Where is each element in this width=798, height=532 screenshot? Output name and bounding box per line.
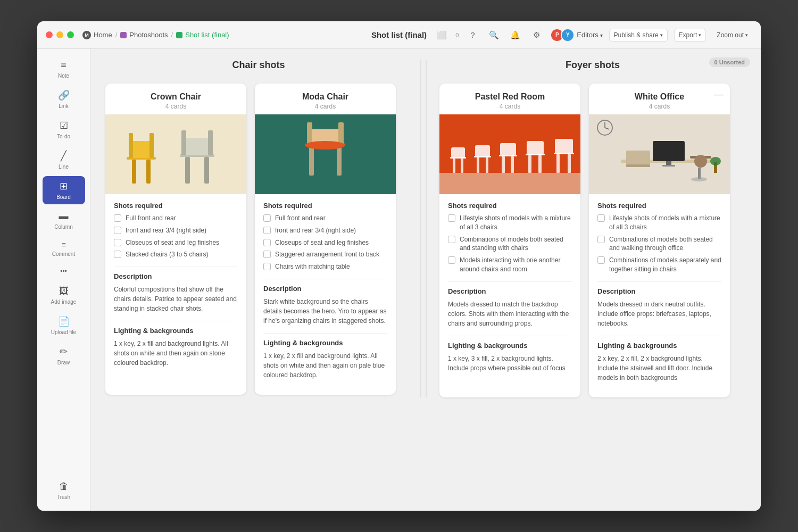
sidebar-label-comment: Comment: [52, 251, 75, 257]
sidebar-label-draw: Draw: [57, 360, 70, 365]
sidebar-label-todo: To-do: [57, 134, 70, 139]
fullscreen-button[interactable]: [67, 31, 74, 38]
breadcrumb-sep-1: /: [115, 31, 118, 39]
checklist-text: Models interacting with one another arou…: [460, 256, 572, 274]
checkbox-2[interactable]: [263, 227, 271, 234]
checklist-text: Closeups of seat and leg finishes: [275, 238, 369, 247]
divider: [597, 336, 721, 336]
breadcrumb-home-label[interactable]: Home: [94, 31, 112, 39]
sidebar-item-trash[interactable]: 🗑 Trash: [43, 477, 85, 504]
checklist-text: front and rear 3/4 (right side): [275, 226, 356, 235]
checkbox-3[interactable]: [263, 239, 271, 246]
checkbox-2[interactable]: [448, 236, 455, 243]
svg-rect-38: [527, 141, 544, 155]
crown-chair-title: Crown Chair: [114, 92, 238, 102]
sidebar-item-link[interactable]: 🔗 Link: [43, 85, 85, 113]
export-button[interactable]: Export: [674, 29, 706, 41]
svg-rect-36: [528, 155, 531, 173]
pastel-title: Pastel Red Room: [448, 92, 572, 102]
close-button[interactable]: [46, 31, 53, 38]
breadcrumb-shotlist[interactable]: Shot list (final): [176, 31, 229, 39]
checklist-item: front and rear 3/4 (right side): [114, 226, 238, 235]
search-icon[interactable]: 🔍: [486, 28, 501, 43]
divider: [597, 281, 721, 282]
zoom-out-button[interactable]: Zoom out: [712, 29, 752, 41]
upload-icon: 📄: [58, 315, 70, 327]
svg-rect-16: [337, 146, 342, 176]
checkbox-3[interactable]: [114, 239, 121, 246]
checkbox-1[interactable]: [448, 214, 455, 222]
sidebar-item-column[interactable]: ▬ Column: [43, 206, 85, 234]
checklist-text: Staggered arrangement front to back: [275, 250, 379, 259]
bell-icon[interactable]: 🔔: [508, 28, 522, 43]
svg-rect-12: [208, 130, 213, 155]
checklist-item: Full front and rear: [263, 214, 387, 223]
sidebar-item-board[interactable]: ⊞ Board: [43, 176, 85, 204]
sidebar-item-todo[interactable]: ☑ To-do: [43, 115, 85, 144]
card-crown-chair: Crown Chair 4 cards: [105, 84, 246, 395]
sidebar-item-line[interactable]: ╱ Line: [43, 146, 85, 174]
office-title: White Office: [597, 92, 721, 102]
checkbox-1[interactable]: [597, 214, 605, 222]
checklist-text: front and rear 3/4 (right side): [126, 226, 206, 235]
svg-rect-28: [477, 157, 479, 173]
office-illustration: [589, 114, 730, 194]
checklist-item: front and rear 3/4 (right side): [263, 226, 387, 235]
settings-icon[interactable]: ⚙: [529, 28, 544, 43]
pastel-desc-title: Description: [448, 287, 572, 295]
crown-description: Colorful compositions that show off the …: [114, 285, 238, 313]
moda-chair-body: Shots required Full front and rear front…: [255, 194, 396, 395]
office-desc-title: Description: [597, 287, 721, 295]
sidebar-item-comment[interactable]: ≡ Comment: [43, 236, 85, 261]
column-icon: ▬: [59, 211, 69, 222]
checklist-text: Lifestyle shots of models with a mixture…: [609, 214, 721, 232]
moda-lighting-title: Lighting & backgrounds: [263, 339, 387, 347]
crown-lighting: 1 x key, 2 x fill and background lights.…: [114, 339, 238, 368]
divider: [114, 267, 238, 267]
line-icon: ╱: [61, 150, 66, 162]
sidebar-item-draw[interactable]: ✏ Draw: [43, 342, 85, 370]
checkbox-4[interactable]: [263, 251, 271, 258]
sidebar-item-more[interactable]: •••: [43, 263, 85, 279]
sidebar-item-add-image[interactable]: 🖼 Add image: [43, 281, 85, 309]
checkbox-2[interactable]: [114, 227, 121, 234]
comment-icon: ≡: [61, 240, 65, 249]
section-divider: [420, 60, 421, 397]
sidebar-label-trash: Trash: [57, 494, 70, 500]
unsorted-badge[interactable]: 0 Unsorted: [709, 57, 750, 67]
sidebar-item-note[interactable]: ≡ Note: [43, 55, 85, 83]
app-body: ≡ Note 🔗 Link ☑ To-do ╱ Line ⊞ Board ▬ C…: [37, 49, 761, 511]
section-title-chair-shots: Chair shots: [101, 60, 416, 75]
checkbox-3[interactable]: [597, 256, 605, 264]
cards-grid-foyer: Pastel Red Room 4 cards: [435, 84, 750, 397]
svg-rect-51: [626, 151, 650, 165]
office-body: Shots required Lifestyle shots of models…: [589, 194, 730, 397]
checkbox-2[interactable]: [597, 236, 605, 243]
card-minimize-icon[interactable]: —: [714, 89, 724, 100]
help-icon[interactable]: ?: [465, 28, 480, 43]
checkbox-4[interactable]: [114, 251, 121, 258]
sidebar-item-upload[interactable]: 📄 Upload file: [43, 311, 85, 339]
breadcrumb-photoshoots[interactable]: Photoshoots: [120, 31, 168, 39]
editors-dropdown[interactable]: Editors: [577, 31, 602, 39]
breadcrumb-shotlist-label[interactable]: Shot list (final): [185, 31, 229, 39]
checkbox-1[interactable]: [114, 214, 121, 222]
checklist-text: Combinations of models both seated and w…: [609, 235, 721, 253]
checkbox-3[interactable]: [448, 256, 455, 264]
crown-chair-illustration: [105, 114, 246, 194]
checklist-text: Combinations of models both seated and s…: [460, 235, 572, 253]
device-icon[interactable]: ⬜: [434, 28, 449, 43]
checklist-item: Combinations of models separately and to…: [597, 256, 721, 274]
publish-share-button[interactable]: Publish & share: [609, 29, 668, 41]
checklist-item: Closeups of seat and leg finishes: [263, 238, 387, 247]
pastel-shots-title: Shots required: [448, 202, 572, 210]
checklist-item: Combinations of models both seated and w…: [597, 235, 721, 253]
svg-rect-25: [461, 159, 463, 173]
checkbox-1[interactable]: [263, 214, 271, 222]
checkbox-5[interactable]: [263, 263, 271, 270]
breadcrumb-home[interactable]: M Home: [82, 31, 112, 39]
breadcrumb-photoshoots-label[interactable]: Photoshoots: [129, 31, 168, 39]
sidebar-label-column: Column: [54, 224, 72, 230]
minimize-button[interactable]: [56, 31, 63, 38]
more-icon: •••: [60, 268, 67, 275]
